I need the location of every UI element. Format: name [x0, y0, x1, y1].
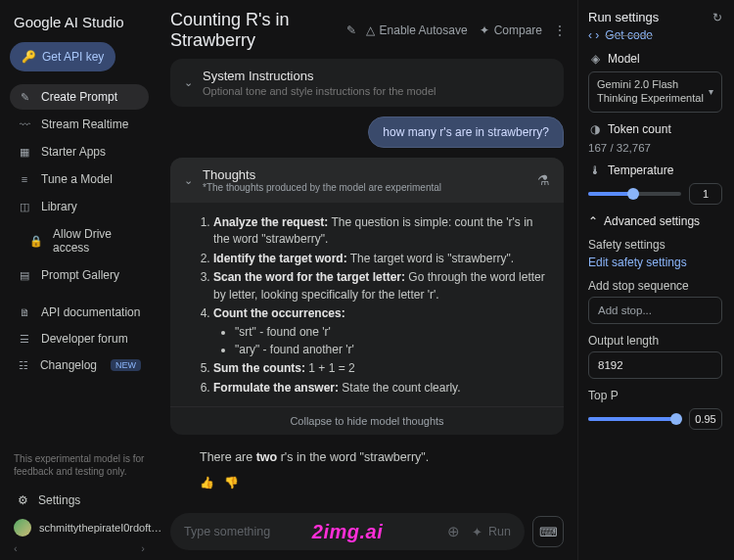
avatar [14, 519, 31, 537]
edit-icon: ✎ [18, 91, 31, 104]
collapse-right-icon[interactable]: › [141, 542, 145, 554]
compare-button[interactable]: ✦ Compare [480, 23, 542, 37]
thoughts-title: Thoughts [203, 167, 441, 182]
collapse-thoughts-button[interactable]: Collapse to hide model thoughts [170, 406, 564, 435]
sidebar: Google AI Studio 🔑 Get API key ✎ Create … [0, 0, 157, 560]
edit-title-icon[interactable]: ✎ [346, 23, 356, 37]
thumbs-up-icon[interactable]: 👍 [200, 476, 214, 490]
feedback-row: 👍 👎 [200, 476, 564, 490]
topbar: Counting R's in Strawberry ✎ △ Enable Au… [157, 0, 577, 59]
library-icon: ◫ [18, 201, 31, 213]
token-icon: ◑ [588, 122, 602, 136]
prompt-input[interactable]: Type something 2img.ai ⊕ ✦ Run [170, 513, 525, 550]
collapse-left-icon[interactable]: ‹ [14, 542, 18, 554]
system-instructions-title: System Instructions [203, 69, 436, 83]
sidebar-item-dev-forum[interactable]: ☰ Developer forum [10, 326, 149, 351]
thought-step: Scan the word for the target letter: Go … [213, 269, 546, 303]
stop-sequence-input[interactable]: Add stop... [588, 297, 722, 324]
app-logo[interactable]: Google AI Studio [14, 14, 149, 30]
sidebar-item-create-prompt[interactable]: ✎ Create Prompt [10, 84, 149, 110]
changelog-icon: ☷ [18, 359, 30, 372]
temperature-label: Temperature [608, 163, 673, 177]
prompt-placeholder: Type something [184, 525, 270, 538]
watermark-text: 2img.ai [312, 521, 383, 543]
sidebar-item-tune-model[interactable]: ≡ Tune a Model [10, 166, 149, 192]
user-account[interactable]: schmittythepirateI0rdoft… [10, 513, 149, 542]
top-p-value[interactable]: 0.95 [689, 408, 722, 430]
thought-substep: "srt" - found one 'r' [235, 324, 546, 341]
more-icon[interactable]: ⋮ [554, 23, 566, 37]
top-p-label: Top P [588, 389, 722, 402]
sidebar-item-label: Changelog [40, 358, 97, 372]
image-icon: ▤ [18, 269, 31, 282]
get-api-key-button[interactable]: 🔑 Get API key [10, 42, 115, 71]
advanced-settings-toggle[interactable]: ⌃ Advanced settings [588, 214, 722, 228]
autosave-label: Enable Autosave [380, 23, 468, 37]
sparkle-icon: ✦ [472, 525, 482, 539]
get-api-key-label: Get API key [42, 50, 104, 64]
edit-safety-settings-link[interactable]: Edit safety settings [588, 256, 722, 269]
sidebar-item-allow-drive[interactable]: 🔒 Allow Drive access [22, 221, 149, 260]
settings-label: Settings [38, 493, 80, 507]
user-message: how many r's are in strawberry? [368, 117, 564, 148]
sidebar-item-api-docs[interactable]: 🗎 API documentation [10, 300, 149, 325]
input-row: Type something 2img.ai ⊕ ✦ Run ⌨ [157, 503, 577, 560]
sidebar-item-label: Create Prompt [41, 90, 117, 104]
keyboard-button[interactable]: ⌨ [532, 516, 564, 547]
thought-step: Count the occurrences: "srt" - found one… [213, 305, 546, 358]
autosave-icon: △ [366, 23, 375, 37]
thought-step: Analyze the request: The question is sim… [213, 214, 546, 249]
model-answer: There are two r's in the word "strawberr… [200, 450, 534, 464]
sidebar-item-label: Stream Realtime [41, 117, 128, 131]
temperature-value[interactable]: 1 [689, 183, 722, 205]
thoughts-header[interactable]: ⌄ Thoughts *The thoughts produced by the… [170, 158, 564, 203]
code-icon: ‹ › [588, 28, 599, 42]
sidebar-item-label: API documentation [41, 305, 140, 319]
sidebar-item-label: Starter Apps [41, 145, 106, 159]
model-icon: ◈ [588, 52, 602, 66]
system-instructions-box[interactable]: ⌄ System Instructions Optional tone and … [170, 59, 564, 107]
get-code-button[interactable]: ‹ › Get code [588, 28, 722, 42]
title-text: Counting R's in Strawberry [170, 10, 339, 51]
beaker-icon: ⚗ [537, 172, 550, 188]
sidebar-item-stream-realtime[interactable]: 〰 Stream Realtime [10, 112, 149, 137]
add-attachment-icon[interactable]: ⊕ [447, 523, 460, 540]
sidebar-item-library[interactable]: ◫ Library [10, 194, 149, 219]
sidebar-item-label: Developer forum [41, 332, 128, 346]
thoughts-subtitle: *The thoughts produced by the model are … [203, 182, 441, 193]
thoughts-body: Analyze the request: The question is sim… [170, 203, 564, 406]
experimental-note: This experimental model is for feedback … [10, 448, 149, 482]
enable-autosave-button[interactable]: △ Enable Autosave [366, 23, 468, 37]
stop-placeholder: Add stop... [598, 304, 652, 316]
output-length-input[interactable]: 8192 [588, 351, 722, 379]
temperature-slider[interactable] [588, 192, 681, 196]
run-button[interactable]: ✦ Run [472, 525, 511, 539]
sidebar-item-settings[interactable]: ⚙ Settings [10, 488, 149, 513]
top-p-slider[interactable] [588, 417, 681, 421]
run-settings-panel: Run settings ↻ ‹ › Get code ◈Model Gemin… [577, 0, 734, 560]
new-badge: NEW [111, 359, 141, 371]
chat-area: ⌄ System Instructions Optional tone and … [157, 59, 577, 503]
sidebar-item-starter-apps[interactable]: ▦ Starter Apps [10, 139, 149, 164]
sidebar-item-label: Allow Drive access [53, 227, 141, 255]
forum-icon: ☰ [18, 333, 31, 346]
thumbs-down-icon[interactable]: 👎 [224, 476, 239, 490]
temperature-icon: 🌡 [588, 163, 602, 177]
tune-icon: ≡ [18, 173, 31, 185]
chevron-down-icon[interactable]: ⌄ [184, 174, 193, 187]
thought-step: Identify the target word: The target wor… [213, 251, 546, 267]
run-settings-title: Run settings [588, 10, 659, 24]
chevron-down-icon[interactable]: ⌄ [184, 76, 193, 89]
lock-icon: 🔒 [29, 235, 43, 248]
system-instructions-subtitle: Optional tone and style instructions for… [203, 85, 436, 97]
compare-icon: ✦ [480, 23, 489, 37]
token-label: Token count [608, 122, 671, 136]
model-select[interactable]: Gemini 2.0 Flash Thinking Experimental ▾ [588, 71, 722, 113]
sidebar-item-changelog[interactable]: ☷ Changelog NEW [10, 352, 149, 378]
thought-substep: "ary" - found another 'r' [235, 342, 546, 358]
sidebar-item-prompt-gallery[interactable]: ▤ Prompt Gallery [10, 262, 149, 288]
keyboard-icon: ⌨ [539, 525, 558, 539]
advanced-label: Advanced settings [604, 214, 700, 228]
sidebar-item-label: Library [41, 200, 77, 213]
reset-icon[interactable]: ↻ [712, 11, 722, 24]
